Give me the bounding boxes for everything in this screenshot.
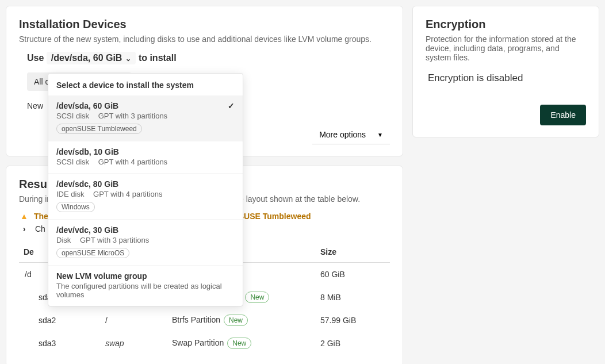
cell-details: Btrfs PartitionNew <box>167 309 316 332</box>
device-menu-item[interactable]: New LVM volume groupThe configured parti… <box>48 265 243 306</box>
check-icon: ✓ <box>228 101 235 110</box>
device-menu-item-title: /dev/vdc, 30 GiB <box>56 225 118 235</box>
device-menu-item-title: /dev/sdc, 80 GiB <box>56 179 118 189</box>
table-row: sda2/Btrfs PartitionNew57.99 GiB <box>19 309 390 332</box>
device-menu-item-sub: DiskGPT with 3 partitions <box>56 236 235 244</box>
installation-devices-title: Installation Devices <box>19 18 390 31</box>
device-menu-item-note: The configured partitions will be create… <box>56 282 235 299</box>
cell-size: 60 GiB <box>316 263 390 286</box>
details-tag: New <box>227 338 251 349</box>
device-select-menu: Select a device to install the system /d… <box>48 73 243 306</box>
cell-size: 57.99 GiB <box>316 309 390 332</box>
cell-size: 2 GiB <box>316 332 390 355</box>
device-menu-item-title: /dev/sdb, 10 GiB <box>56 147 119 156</box>
device-menu-header: Select a device to install the system <box>48 74 243 95</box>
enable-encryption-button[interactable]: Enable <box>540 105 586 125</box>
cell-device: sda2 <box>19 309 101 332</box>
cell-mount: swap <box>101 332 167 355</box>
installation-devices-card: Installation Devices Structure of the ne… <box>6 6 403 156</box>
device-menu-item-title: /dev/sda, 60 GiB <box>56 101 118 110</box>
device-menu-item-badge: Windows <box>56 202 95 212</box>
chevron-right-icon: › <box>19 224 29 233</box>
warning-icon: ▲ <box>19 212 29 221</box>
encryption-desc: Protection for the information stored at… <box>426 35 586 62</box>
caret-down-icon: ▼ <box>377 132 383 138</box>
installation-devices-desc: Structure of the new system, including d… <box>19 35 390 44</box>
device-menu-item[interactable]: /dev/vdc, 30 GiBDiskGPT with 3 partition… <box>48 219 243 265</box>
chevron-down-icon: ⌄ <box>125 55 131 63</box>
device-menu-item-sub: SCSI diskGPT with 4 partitions <box>56 158 235 166</box>
device-menu-item-badge: openSUSE MicroOS <box>56 248 129 258</box>
device-menu-item[interactable]: /dev/sda, 60 GiB✓SCSI diskGPT with 3 par… <box>48 95 243 141</box>
new-label: New <box>27 101 43 110</box>
device-menu-item-title: New LVM volume group <box>56 271 147 281</box>
encryption-card: Encryption Protection for the informatio… <box>412 6 599 137</box>
encryption-title: Encryption <box>426 18 586 31</box>
use-line: Use /dev/sda, 60 GiB ⌄ to install <box>27 52 390 64</box>
device-menu-item[interactable]: /dev/sdc, 80 GiBIDE diskGPT with 4 parti… <box>48 173 243 219</box>
device-menu-item-sub: IDE diskGPT with 4 partitions <box>56 190 235 198</box>
target-device-select[interactable]: /dev/sda, 60 GiB ⌄ <box>47 52 136 64</box>
encryption-status: Encryption is disabled <box>428 72 586 84</box>
use-prefix: Use <box>27 53 44 63</box>
table-row: sda3swapSwap PartitionNew2 GiB <box>19 332 390 355</box>
cell-details: Swap PartitionNew <box>167 332 316 355</box>
use-suffix: to install <box>139 53 177 63</box>
device-menu-item[interactable]: /dev/sdb, 10 GiBSCSI diskGPT with 4 part… <box>48 141 243 173</box>
more-options-button[interactable]: More options ▼ <box>312 125 390 144</box>
details-tag: New <box>245 292 269 303</box>
device-menu-item-sub: SCSI diskGPT with 3 partitions <box>56 112 235 120</box>
cell-size: 8 MiB <box>316 286 390 309</box>
col-size: Size <box>316 242 390 263</box>
cell-device: sda3 <box>19 332 101 355</box>
cell-mount: / <box>101 309 167 332</box>
details-tag: New <box>224 315 248 326</box>
target-device-label: /dev/sda, 60 GiB <box>51 53 122 63</box>
device-menu-item-badge: openSUSE Tumbleweed <box>56 124 142 134</box>
